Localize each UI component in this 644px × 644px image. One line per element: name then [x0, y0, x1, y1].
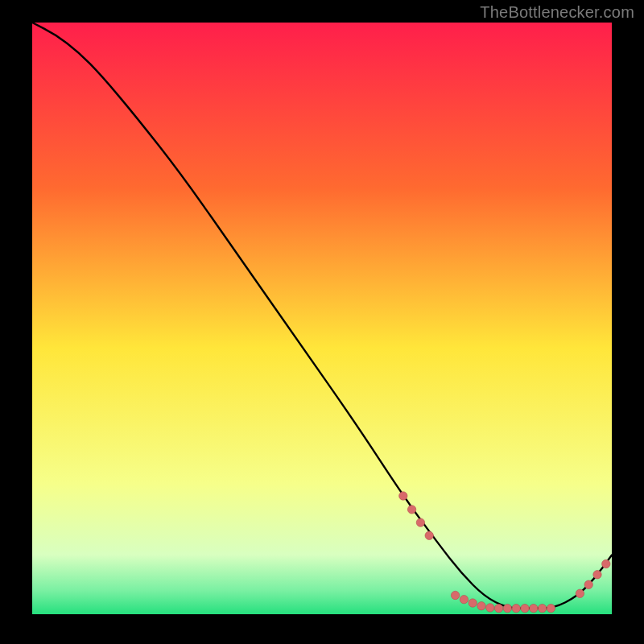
- marker-point: [538, 604, 546, 612]
- marker-point: [512, 604, 520, 612]
- marker-point: [576, 589, 584, 597]
- chart-frame: TheBottlenecker.com: [0, 0, 644, 644]
- watermark-text: TheBottlenecker.com: [480, 3, 634, 22]
- marker-point: [494, 604, 502, 612]
- gradient-bg: [32, 23, 612, 614]
- chart-svg: [32, 23, 612, 614]
- marker-point: [593, 571, 601, 579]
- marker-point: [521, 604, 529, 612]
- marker-point: [530, 604, 538, 612]
- marker-point: [451, 591, 459, 599]
- marker-point: [477, 602, 485, 610]
- plot-area: [32, 23, 612, 614]
- marker-point: [460, 595, 468, 603]
- marker-point: [486, 604, 494, 612]
- marker-point: [584, 580, 592, 588]
- marker-point: [503, 604, 511, 612]
- marker-point: [547, 604, 555, 612]
- marker-point: [416, 518, 424, 526]
- marker-point: [602, 559, 610, 568]
- marker-point: [399, 492, 407, 500]
- marker-point: [425, 531, 433, 539]
- marker-point: [469, 599, 477, 607]
- marker-point: [407, 506, 415, 514]
